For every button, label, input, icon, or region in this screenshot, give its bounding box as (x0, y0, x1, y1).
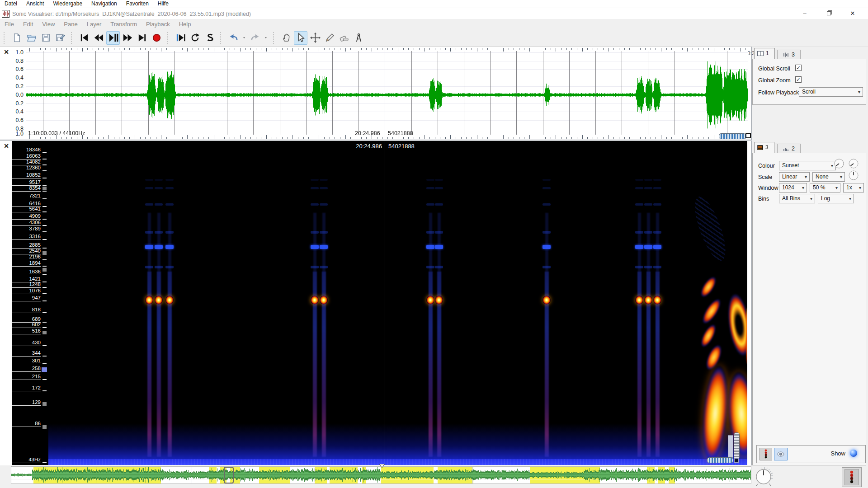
record-icon (151, 33, 162, 43)
playback-cursor (385, 141, 385, 465)
frequency-tick-label: 129 (12, 399, 41, 406)
menu-help[interactable]: Help (175, 21, 196, 28)
show-led-button[interactable] (850, 450, 857, 457)
fast-forward-button[interactable] (121, 31, 134, 45)
overview-waveform[interactable] (11, 466, 751, 484)
normalization-select[interactable]: None▾ (812, 172, 845, 182)
skip-end-button[interactable] (135, 31, 149, 45)
navigate-tool-button[interactable] (279, 31, 293, 45)
global-scroll-checkbox[interactable]: ✓ (795, 65, 802, 71)
menu-file[interactable]: File (0, 21, 19, 28)
playback-level-button[interactable] (760, 448, 772, 460)
colour-rotate-knob[interactable] (833, 158, 845, 169)
close-pane-icon[interactable]: ✕ (3, 142, 10, 150)
bins-select[interactable]: All Bins▾ (779, 194, 815, 203)
frequency-tick-label: 1894 (12, 260, 41, 267)
solo-button[interactable] (203, 31, 216, 45)
host-menu-datei[interactable]: Datei (0, 0, 22, 8)
loop-button[interactable] (188, 31, 202, 45)
harmonic-dash (635, 245, 643, 249)
undo-menu-caret[interactable] (241, 31, 247, 45)
erase-tool-button[interactable] (337, 31, 351, 45)
colour-select[interactable]: Sunset▾ (779, 161, 836, 170)
harmonic-dash (320, 231, 328, 234)
restore-button[interactable] (819, 8, 839, 19)
view-region-indicator[interactable] (224, 467, 234, 483)
bin-scale-select[interactable]: Log▾ (818, 194, 854, 203)
move-tool-button[interactable] (308, 31, 322, 45)
vertical-zoom-thumbwheel[interactable] (734, 432, 740, 460)
waveform-display[interactable] (26, 47, 748, 139)
host-menu-favoriten[interactable]: Favoriten (122, 0, 153, 8)
menu-pane[interactable]: Pane (59, 21, 82, 28)
host-menu-hilfe[interactable]: Hilfe (153, 0, 173, 8)
spectrogram-display[interactable]: 1834616063140821236010852951783547321641… (12, 141, 747, 465)
zoom-reset-button[interactable] (734, 458, 739, 463)
menu-view[interactable]: View (38, 21, 59, 28)
play-pause-button[interactable] (106, 31, 120, 45)
cursor-time-readout: 20:24.986 (355, 130, 380, 136)
new-file-button[interactable] (10, 31, 24, 45)
frequency-tick-label: 215 (12, 374, 41, 380)
menu-transform[interactable]: Transform (106, 21, 142, 28)
measure-tool-button[interactable] (352, 31, 365, 45)
redo-menu-caret[interactable] (263, 31, 269, 45)
rewind-start-button[interactable] (77, 31, 91, 45)
harmonic-dash (155, 266, 163, 268)
save-file-button[interactable] (39, 31, 52, 45)
chevron-down-icon: ▾ (858, 88, 860, 96)
bars-icon (783, 146, 789, 151)
host-menu-navigation[interactable]: Navigation (87, 0, 122, 8)
tab-pane-1[interactable]: 1 (754, 48, 775, 59)
amplitude-tick-label: 0.4 (10, 108, 24, 115)
open-file-button[interactable] (24, 31, 38, 45)
host-menu-ansicht[interactable]: Ansicht (22, 0, 48, 8)
threshold-knob[interactable] (848, 169, 859, 181)
layer-visible-button[interactable] (774, 448, 788, 460)
undo-button[interactable] (226, 31, 240, 45)
select-tool-button[interactable] (294, 31, 307, 45)
playback-speed-knob[interactable] (752, 466, 775, 488)
redo-button[interactable] (248, 31, 262, 45)
harmonic-dash (145, 245, 153, 249)
tone-blob (165, 296, 174, 305)
host-menu-wiedergabe[interactable]: Wiedergabe (48, 0, 87, 8)
menu-layer[interactable]: Layer (82, 21, 106, 28)
harmonic-dash (426, 179, 434, 181)
frequency-tick (42, 206, 47, 207)
amplitude-tick-label: 1.0 (10, 49, 24, 56)
export-file-button[interactable] (53, 31, 67, 45)
brightness-bar[interactable] (728, 435, 733, 458)
harmonic-streak (438, 213, 441, 272)
frequency-tick-label: 5641 (12, 206, 41, 212)
frequency-tick-label: 301 (12, 358, 41, 364)
play-selection-button[interactable] (174, 31, 187, 45)
draw-tool-button[interactable] (323, 31, 336, 45)
window-overlap-select[interactable]: 50 %▾ (810, 183, 840, 192)
frequency-tick-label: 516 (12, 328, 41, 334)
tab-layer-2[interactable]: 2 (777, 144, 801, 153)
menu-edit[interactable]: Edit (19, 21, 38, 28)
harmonic-dash (435, 231, 443, 234)
tab-layer-3[interactable]: 3 (754, 142, 774, 153)
global-zoom-checkbox[interactable]: ✓ (795, 76, 802, 83)
follow-playback-select[interactable]: Scroll▾ (799, 87, 863, 97)
zoom-thumbwheel[interactable] (719, 133, 746, 139)
undo-caret-icon (241, 33, 247, 43)
playback-level-button[interactable] (842, 467, 862, 487)
close-button[interactable]: ✕ (843, 8, 863, 19)
frequency-tick-label: 10852 (12, 172, 41, 178)
tab-pane-3[interactable]: 3 (777, 50, 801, 59)
zoom-reset-button[interactable] (745, 133, 751, 138)
scale-select[interactable]: Linear▾ (779, 172, 810, 182)
window-size-select[interactable]: 1024▾ (779, 183, 807, 192)
menu-playback[interactable]: Playback (142, 21, 175, 28)
zoom-thumbwheel[interactable] (707, 457, 733, 463)
rewind-button[interactable] (92, 31, 105, 45)
colour-gain-knob[interactable] (848, 158, 859, 169)
overview-waveform-display[interactable] (11, 467, 751, 483)
oversampling-select[interactable]: 1x▾ (843, 183, 864, 192)
record-button[interactable] (150, 31, 163, 45)
close-pane-icon[interactable]: ✕ (3, 48, 10, 56)
minimize-button[interactable]: – (795, 8, 815, 19)
